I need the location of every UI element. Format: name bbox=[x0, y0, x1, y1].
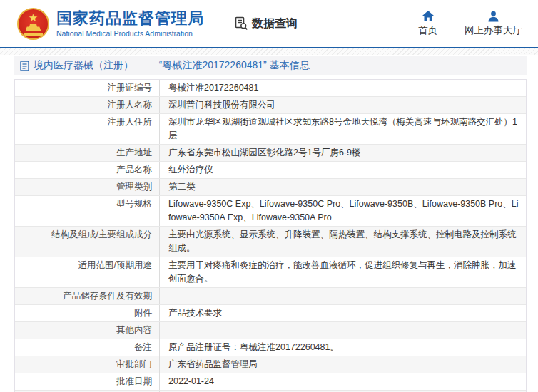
row-value bbox=[159, 288, 526, 304]
table-row: 注册证编号粤械注准20172260481 bbox=[15, 80, 526, 97]
table-row: 结构及组成/主要组成成分主要由光源系统、显示系统、升降装置、隔热装置、结构支撑系… bbox=[15, 227, 526, 257]
row-label: 注册人名称 bbox=[15, 97, 159, 113]
row-label: 管理类别 bbox=[15, 179, 159, 195]
row-value: 广东省药品监督管理局 bbox=[159, 356, 526, 373]
table-row: 附件产品技术要求 bbox=[15, 305, 526, 322]
page-root: ★ 国家药品监督管理局 National Medical Products Ad… bbox=[0, 0, 538, 392]
row-label: 适用范围/预期用途 bbox=[15, 257, 159, 287]
row-label: 生产地址 bbox=[15, 145, 159, 161]
page-title-bar: 境内医疗器械（注册） —— “粤械注准20172260481” 基本信息 bbox=[14, 56, 527, 75]
table-row: 产品名称红外治疗仪 bbox=[15, 162, 526, 179]
row-label: 审批部门 bbox=[15, 356, 159, 373]
row-label: 附件 bbox=[15, 305, 159, 321]
table-row: 生产地址广东省东莞市松山湖园区彰化路2号1号厂房6-9楼 bbox=[15, 145, 526, 162]
row-label: 产品储存条件及有效期 bbox=[15, 288, 159, 304]
row-label: 注册证编号 bbox=[15, 80, 159, 96]
site-header: ★ 国家药品监督管理局 National Medical Products Ad… bbox=[0, 0, 538, 47]
agency-name-cn: 国家药品监督管理局 bbox=[56, 9, 204, 27]
hatch-strip bbox=[0, 48, 538, 55]
row-value: 深圳市龙华区观湖街道观城社区求知东路8号金地天悦湾（梅关高速与环观南路交汇处）1… bbox=[159, 114, 526, 144]
row-value: 广东省东莞市松山湖园区彰化路2号1号厂房6-9楼 bbox=[159, 145, 526, 161]
row-value: Lifowave-9350C Exp、Lifowave-9350C Pro、Li… bbox=[159, 196, 526, 226]
document-search-icon bbox=[234, 16, 248, 31]
agency-name-en: National Medical Products Administration bbox=[56, 29, 204, 38]
row-label: 注册人住所 bbox=[15, 114, 159, 144]
row-value: 产品技术要求 bbox=[159, 305, 526, 321]
agency-logo[interactable]: ★ 国家药品监督管理局 National Medical Products Ad… bbox=[17, 8, 204, 40]
row-label: 其他内容 bbox=[15, 322, 159, 339]
table-row: 适用范围/预期用途主要用于对疼痛和炎症的治疗，能改善血液循环，促进组织修复与再生… bbox=[15, 257, 526, 288]
nav-home[interactable]: 首页 bbox=[418, 11, 437, 37]
info-table: 注册证编号粤械注准20172260481注册人名称深圳普门科技股份有限公司注册人… bbox=[14, 79, 527, 392]
nav-online-hall-label: 网上办事大厅 bbox=[465, 24, 522, 37]
row-label: 产品名称 bbox=[15, 162, 159, 178]
row-value: 粤械注准20172260481 bbox=[159, 80, 526, 96]
national-emblem-icon: ★ bbox=[17, 8, 49, 40]
table-row: 管理类别第二类 bbox=[15, 179, 526, 196]
table-row: 其他内容 bbox=[15, 322, 526, 339]
data-query-nav[interactable]: 数据查询 bbox=[234, 16, 298, 31]
row-value bbox=[159, 322, 526, 339]
page-title: 境内医疗器械（注册） —— “粤械注准20172260481” 基本信息 bbox=[34, 59, 310, 72]
table-row: 审批部门广东省药品监督管理局 bbox=[15, 356, 526, 373]
row-label: 批准日期 bbox=[15, 373, 159, 390]
row-value: 原产品注册证号：粤械注准20172260481。 bbox=[159, 339, 526, 356]
table-row: 批准日期2022-01-24 bbox=[15, 373, 526, 391]
table-row: 备注原产品注册证号：粤械注准20172260481。 bbox=[15, 339, 526, 356]
row-value: 主要用于对疼痛和炎症的治疗，能改善血液循环，促进组织修复与再生，消除肿胀，加速创… bbox=[159, 257, 526, 287]
home-icon bbox=[422, 11, 435, 22]
row-value: 红外治疗仪 bbox=[159, 162, 526, 178]
row-label: 结构及组成/主要组成成分 bbox=[15, 227, 159, 257]
top-nav: 首页 网上办事大厅 bbox=[418, 11, 522, 37]
row-value: 第二类 bbox=[159, 179, 526, 195]
nav-online-hall[interactable]: 网上办事大厅 bbox=[465, 11, 522, 37]
row-value: 深圳普门科技股份有限公司 bbox=[159, 97, 526, 113]
user-icon bbox=[487, 11, 499, 22]
nav-home-label: 首页 bbox=[418, 24, 437, 37]
table-row: 型号规格Lifowave-9350C Exp、Lifowave-9350C Pr… bbox=[15, 196, 526, 227]
row-value: 2022-01-24 bbox=[159, 373, 526, 390]
row-label: 备注 bbox=[15, 339, 159, 356]
table-row: 注册人名称深圳普门科技股份有限公司 bbox=[15, 97, 526, 114]
data-query-label: 数据查询 bbox=[252, 16, 298, 31]
table-row: 产品储存条件及有效期 bbox=[15, 288, 526, 305]
table-row: 注册人住所深圳市龙华区观湖街道观城社区求知东路8号金地天悦湾（梅关高速与环观南路… bbox=[15, 114, 526, 145]
row-label: 型号规格 bbox=[15, 196, 159, 226]
row-value: 主要由光源系统、显示系统、升降装置、隔热装置、结构支撑系统、控制电路及控制系统组… bbox=[159, 227, 526, 257]
document-icon bbox=[20, 61, 29, 71]
